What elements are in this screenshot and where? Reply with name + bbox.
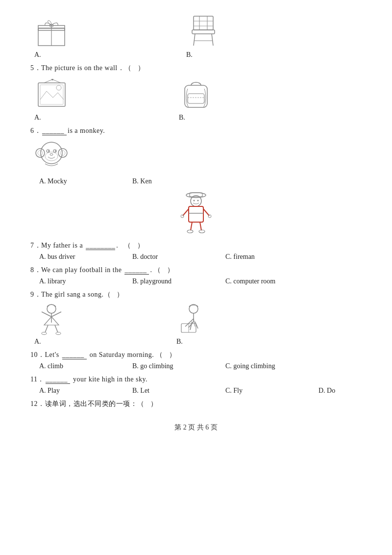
svg-line-7 xyxy=(194,34,195,46)
svg-point-19 xyxy=(56,85,61,90)
q5-option-b: B. xyxy=(179,76,213,122)
svg-point-55 xyxy=(42,332,47,335)
q9-option-a: A. xyxy=(34,303,69,346)
q8-blank: ______ xyxy=(124,266,149,275)
monkey-icon xyxy=(34,139,69,175)
q9-option-b: B. xyxy=(176,303,211,346)
question-11-row: 11．______ your kite high in the sky. xyxy=(24,375,368,384)
q7-option-c: C. fireman xyxy=(225,253,318,261)
q10-blank: ______ xyxy=(62,351,87,359)
q11-option-a: A. Play xyxy=(39,387,132,395)
q7-options: A. bus driver B. doctor C. fireman xyxy=(39,253,368,261)
q6-option-a: A. Mocky xyxy=(39,177,132,185)
option-b-chair: B. xyxy=(186,14,220,59)
chair-icon xyxy=(186,14,220,48)
svg-line-15 xyxy=(44,79,52,83)
svg-rect-20 xyxy=(185,85,207,107)
question-5-text: 5．The picture is on the wall．（ ） xyxy=(24,64,145,73)
question-6-row: 6．______is a monkey. xyxy=(24,126,368,135)
q11-option-d: D. Do xyxy=(318,387,392,395)
q6-options: A. Mocky B. Ken xyxy=(39,177,368,185)
svg-line-45 xyxy=(191,222,192,230)
dancing-girl-icon xyxy=(34,303,69,335)
page-info: 第 2 页 共 6 页 xyxy=(174,424,218,431)
svg-point-47 xyxy=(187,230,193,233)
svg-line-46 xyxy=(200,222,201,230)
q9-a-label: A. xyxy=(34,338,41,346)
svg-point-24 xyxy=(58,149,67,157)
q6-option-b: B. Ken xyxy=(132,177,225,185)
question-11-text: 11．______ your kite high in the sky. xyxy=(24,375,147,384)
svg-line-61 xyxy=(194,319,195,327)
q8-option-c: C. computer room xyxy=(225,278,318,285)
q9-image-row: A. B. xyxy=(34,303,368,346)
q5-b-label: B. xyxy=(179,114,185,122)
q5-a-label: A. xyxy=(34,114,41,122)
image-row-gift-chair: A. B. xyxy=(34,14,368,59)
q5-option-a: A. xyxy=(34,79,71,122)
svg-point-25 xyxy=(38,151,43,155)
q10-options: A. climb B. go climbing C. going climbin… xyxy=(39,362,368,370)
page-footer: 第 2 页 共 6 页 xyxy=(24,423,368,432)
svg-point-56 xyxy=(56,332,61,335)
q6-blank: ______ xyxy=(42,127,67,135)
svg-point-49 xyxy=(47,304,56,313)
q11-options: A. Play B. Let C. Fly D. Do xyxy=(39,387,368,395)
q9-b-label: B. xyxy=(176,338,183,346)
svg-point-44 xyxy=(208,215,211,218)
svg-point-38 xyxy=(197,200,199,202)
q10-option-b: B. go climbing xyxy=(132,362,225,370)
svg-line-53 xyxy=(45,325,48,332)
svg-line-42 xyxy=(203,209,209,216)
svg-rect-6 xyxy=(192,30,215,34)
svg-point-23 xyxy=(36,149,45,157)
question-5-row: 5．The picture is on the wall．（ ） xyxy=(24,64,368,73)
backpack-icon xyxy=(179,76,213,111)
question-12-text: 12．读单词，选出不同类的一项：（ ） xyxy=(24,400,157,408)
option-a-gift: A. xyxy=(34,19,69,59)
q6-image-row xyxy=(34,139,368,175)
svg-line-8 xyxy=(212,34,213,46)
option-b-label: B. xyxy=(186,51,193,59)
svg-point-26 xyxy=(60,151,65,155)
fireman-icon xyxy=(179,190,213,234)
svg-line-41 xyxy=(183,209,189,216)
q11-blank: ______ xyxy=(46,376,70,384)
question-7-text: 7．My father is a ________. （ ） xyxy=(24,241,144,250)
question-8-row: 8．We can play football in the ______. （ … xyxy=(24,266,368,275)
question-9-text: 9．The girl sang a song.（ ） xyxy=(24,290,124,299)
svg-point-48 xyxy=(199,230,205,233)
question-12-row: 12．读单词，选出不同类的一项：（ ） xyxy=(24,400,368,408)
question-10-text: 10．Let's ______ on Saturday morning. （ ） xyxy=(24,351,176,359)
option-a-label: A. xyxy=(34,51,41,59)
svg-line-16 xyxy=(52,79,61,83)
svg-rect-39 xyxy=(189,206,203,222)
q10-option-a: A. climb xyxy=(39,362,132,370)
q8-options: A. library B. playground C. computer roo… xyxy=(39,278,368,285)
q7-blank: ________ xyxy=(86,242,115,250)
q5-image-row: A. B. xyxy=(34,76,368,122)
question-9-row: 9．The girl sang a song.（ ） xyxy=(24,290,368,299)
svg-line-54 xyxy=(55,325,58,332)
q7-option-a: A. bus driver xyxy=(39,253,132,261)
q7-option-b: B. doctor xyxy=(132,253,225,261)
question-7-row: 7．My father is a ________. （ ） xyxy=(24,241,368,250)
question-6-text: 6．______is a monkey. xyxy=(24,126,105,135)
svg-rect-14 xyxy=(38,83,65,106)
svg-line-52 xyxy=(51,312,61,317)
svg-point-33 xyxy=(50,153,53,155)
question-10-row: 10．Let's ______ on Saturday morning. （ ） xyxy=(24,351,368,359)
svg-point-32 xyxy=(55,151,56,151)
svg-point-37 xyxy=(194,200,195,202)
q11-option-c: C. Fly xyxy=(225,387,318,395)
q8-option-b: B. playground xyxy=(132,278,225,285)
q10-option-c: C. going climbing xyxy=(225,362,318,370)
q11-option-b: B. Let xyxy=(132,387,225,395)
svg-point-27 xyxy=(41,142,62,164)
svg-point-31 xyxy=(48,151,49,151)
question-8-text: 8．We can play football in the ______. （ … xyxy=(24,266,174,275)
svg-rect-5 xyxy=(194,16,213,30)
svg-point-17 xyxy=(51,79,53,80)
fireman-image-container xyxy=(24,190,368,236)
svg-point-43 xyxy=(181,215,184,218)
